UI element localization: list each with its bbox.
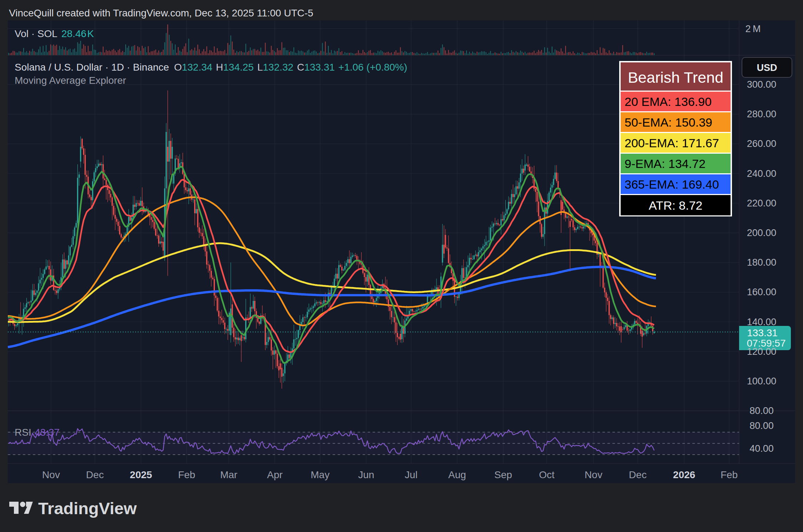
svg-text:Vol · SOL: Vol · SOL xyxy=(15,28,57,39)
svg-text:Dec: Dec xyxy=(86,469,104,480)
svg-text:180.00: 180.00 xyxy=(747,257,777,268)
svg-text:20 EMA: 136.90: 20 EMA: 136.90 xyxy=(625,95,712,108)
svg-text:07:59:57: 07:59:57 xyxy=(747,338,786,349)
svg-text:133.31: 133.31 xyxy=(747,327,778,338)
svg-text:Nov: Nov xyxy=(42,469,60,480)
svg-text:2 M: 2 M xyxy=(746,24,761,34)
svg-text:Apr: Apr xyxy=(267,469,283,480)
svg-text:220.00: 220.00 xyxy=(747,198,777,209)
svg-text:Aug: Aug xyxy=(448,469,466,480)
svg-text:Moving Average Explorer: Moving Average Explorer xyxy=(15,75,126,86)
svg-text:Bearish Trend: Bearish Trend xyxy=(628,69,723,86)
svg-text:Feb: Feb xyxy=(721,469,738,480)
svg-text:50-EMA: 150.39: 50-EMA: 150.39 xyxy=(625,116,712,129)
svg-text:Mar: Mar xyxy=(220,469,237,480)
svg-text:2025: 2025 xyxy=(130,469,152,480)
svg-text:Solana / U.S. Dollar · 1D · Bi: Solana / U.S. Dollar · 1D · BinanceO132.… xyxy=(15,62,407,73)
svg-text:80.00: 80.00 xyxy=(749,420,774,431)
svg-text:Jul: Jul xyxy=(405,469,418,480)
svg-text:300.00: 300.00 xyxy=(747,79,777,90)
svg-text:365-EMA: 169.40: 365-EMA: 169.40 xyxy=(625,178,719,191)
svg-text:Jun: Jun xyxy=(358,469,374,480)
svg-text:200-EMA: 171.67: 200-EMA: 171.67 xyxy=(625,136,719,150)
svg-text:Dec: Dec xyxy=(629,469,647,480)
svg-text:Sep: Sep xyxy=(494,469,512,480)
svg-text:Oct: Oct xyxy=(539,469,555,480)
svg-text:140.00: 140.00 xyxy=(747,317,777,327)
svg-text:280.00: 280.00 xyxy=(747,109,777,119)
svg-text:160.00: 160.00 xyxy=(747,287,777,297)
svg-text:USD: USD xyxy=(757,62,777,73)
svg-text:43.37: 43.37 xyxy=(35,427,60,438)
svg-text:May: May xyxy=(311,469,330,480)
svg-text:VinceQuill created with Tradin: VinceQuill created with TradingView.com,… xyxy=(9,7,313,19)
svg-text:2026: 2026 xyxy=(673,469,695,480)
svg-text:100.00: 100.00 xyxy=(747,376,777,387)
svg-text:TradingView: TradingView xyxy=(38,499,137,518)
svg-text:ATR: 8.72: ATR: 8.72 xyxy=(649,199,703,212)
svg-text:RSI: RSI xyxy=(15,427,31,438)
svg-text:80.00: 80.00 xyxy=(749,405,774,416)
svg-text:9-EMA: 134.72: 9-EMA: 134.72 xyxy=(625,157,706,170)
svg-text:260.00: 260.00 xyxy=(747,138,777,149)
svg-text:Nov: Nov xyxy=(585,469,602,480)
svg-text:Feb: Feb xyxy=(178,469,195,480)
svg-text:200.00: 200.00 xyxy=(747,227,777,238)
svg-text:40.00: 40.00 xyxy=(749,443,774,454)
svg-text:240.00: 240.00 xyxy=(747,168,777,179)
svg-text:28.46 K: 28.46 K xyxy=(61,28,94,39)
